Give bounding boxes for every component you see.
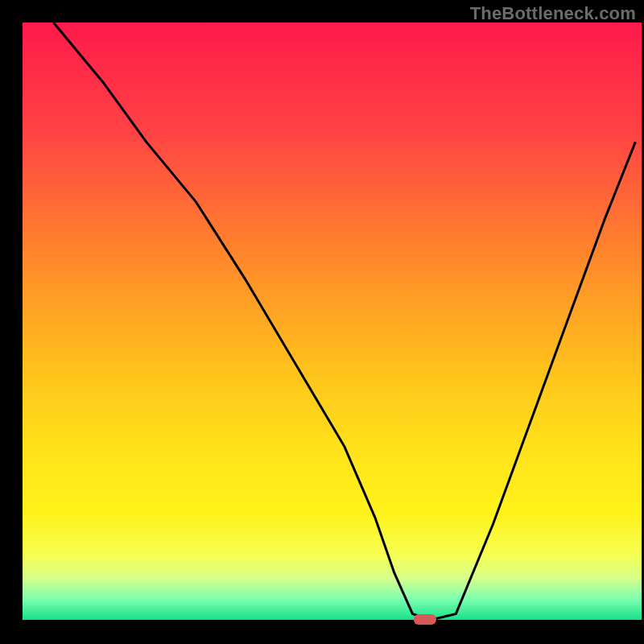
gradient-background xyxy=(23,23,642,620)
bottleneck-chart xyxy=(0,0,644,644)
chart-frame: { "watermark": "TheBottleneck.com", "cha… xyxy=(0,0,644,644)
optimal-point-marker xyxy=(414,614,436,625)
watermark-text: TheBottleneck.com xyxy=(470,3,636,24)
